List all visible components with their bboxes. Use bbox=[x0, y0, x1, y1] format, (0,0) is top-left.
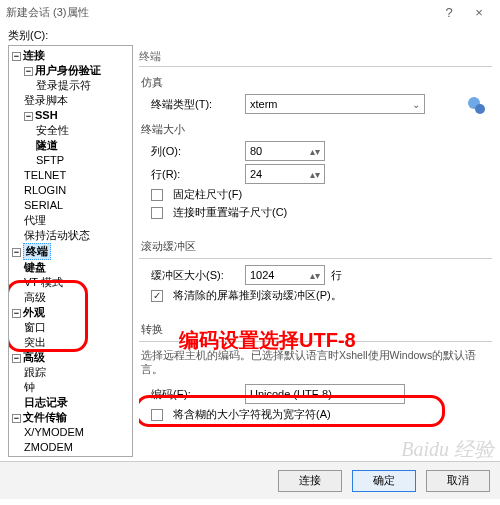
tree-file-transfer[interactable]: −文件传输 bbox=[10, 410, 131, 425]
help-button[interactable]: ? bbox=[434, 5, 464, 20]
tree-advanced-t[interactable]: 高级 bbox=[10, 290, 131, 305]
buffer-input[interactable]: 1024▴▾ bbox=[245, 265, 325, 285]
tree-serial[interactable]: SERIAL bbox=[10, 198, 131, 213]
tree-terminal[interactable]: −终端 bbox=[10, 243, 131, 260]
reset-on-connect-checkbox[interactable] bbox=[151, 207, 163, 219]
tree-bell[interactable]: 钟 bbox=[10, 380, 131, 395]
close-button[interactable]: × bbox=[464, 5, 494, 20]
titlebar: 新建会话 (3)属性 ? × bbox=[0, 0, 500, 24]
tree-logging[interactable]: 日志记录 bbox=[10, 395, 131, 410]
fixed-cols-checkbox[interactable] bbox=[151, 189, 163, 201]
tree-login-prompt[interactable]: 登录提示符 bbox=[10, 78, 131, 93]
panel-header: 终端 bbox=[139, 49, 492, 64]
reset-on-connect-label: 连接时重置端子尺寸(C) bbox=[173, 205, 287, 220]
chevron-down-icon: ⌄ bbox=[392, 389, 400, 400]
cols-input[interactable]: 80▴▾ bbox=[245, 141, 325, 161]
tree-window[interactable]: 窗口 bbox=[10, 320, 131, 335]
encoding-select[interactable]: Unicode (UTF-8)⌄ bbox=[245, 384, 405, 404]
svg-point-1 bbox=[475, 104, 485, 114]
halfwidth-checkbox[interactable] bbox=[151, 409, 163, 421]
group-size: 终端大小 bbox=[141, 122, 492, 137]
tree-auth[interactable]: −用户身份验证 bbox=[10, 63, 131, 78]
dialog-footer: 连接 确定 取消 bbox=[0, 461, 500, 499]
rows-input[interactable]: 24▴▾ bbox=[245, 164, 325, 184]
category-label: 类别(C): bbox=[8, 28, 492, 43]
cancel-button[interactable]: 取消 bbox=[426, 470, 490, 492]
tree-sftp[interactable]: SFTP bbox=[10, 153, 131, 168]
chevron-down-icon: ⌄ bbox=[412, 99, 420, 110]
tree-keyboard[interactable]: 键盘 bbox=[10, 260, 131, 275]
tree-login-script[interactable]: 登录脚本 bbox=[10, 93, 131, 108]
tree-zmodem[interactable]: ZMODEM bbox=[10, 440, 131, 455]
connect-button[interactable]: 连接 bbox=[278, 470, 342, 492]
gear-icon[interactable] bbox=[464, 93, 488, 117]
halfwidth-label: 将含糊的大小字符视为宽字符(A) bbox=[173, 407, 331, 422]
tree-connection[interactable]: −连接 bbox=[10, 48, 131, 63]
encoding-label: 编码(E): bbox=[151, 387, 239, 402]
annotation-text: 编码设置选择UTF-8 bbox=[179, 327, 356, 354]
terminal-type-select[interactable]: xterm⌄ bbox=[245, 94, 425, 114]
tree-xymodem[interactable]: X/YMODEM bbox=[10, 425, 131, 440]
buffer-label: 缓冲区大小(S): bbox=[151, 268, 239, 283]
tree-proxy[interactable]: 代理 bbox=[10, 213, 131, 228]
category-tree[interactable]: −连接 −用户身份验证 登录提示符 登录脚本 −SSH 安全性 隧道 SFTP … bbox=[8, 45, 133, 457]
rows-label: 行(R): bbox=[151, 167, 239, 182]
cols-label: 列(O): bbox=[151, 144, 239, 159]
buffer-unit: 行 bbox=[331, 268, 342, 283]
tree-advanced[interactable]: −高级 bbox=[10, 350, 131, 365]
tree-security[interactable]: 安全性 bbox=[10, 123, 131, 138]
tree-highlight[interactable]: 突出 bbox=[10, 335, 131, 350]
tree-tunnel[interactable]: 隧道 bbox=[10, 138, 131, 153]
window-title: 新建会话 (3)属性 bbox=[6, 5, 434, 20]
fixed-cols-label: 固定柱尺寸(F) bbox=[173, 187, 242, 202]
tree-telnet[interactable]: TELNET bbox=[10, 168, 131, 183]
tree-keepalive[interactable]: 保持活动状态 bbox=[10, 228, 131, 243]
group-simulation: 仿真 bbox=[141, 75, 492, 90]
tree-rlogin[interactable]: RLOGIN bbox=[10, 183, 131, 198]
group-scroll: 滚动缓冲区 bbox=[141, 239, 492, 254]
terminal-type-label: 终端类型(T): bbox=[151, 97, 239, 112]
settings-panel: 终端 仿真 终端类型(T): xterm⌄ 终端大小 列(O): 80▴▾ 行(… bbox=[139, 45, 492, 457]
tree-trace[interactable]: 跟踪 bbox=[10, 365, 131, 380]
tree-appearance[interactable]: −外观 bbox=[10, 305, 131, 320]
push-clear-label: 将清除的屏幕推到滚动缓冲区(P)。 bbox=[173, 288, 342, 303]
ok-button[interactable]: 确定 bbox=[352, 470, 416, 492]
tree-ssh[interactable]: −SSH bbox=[10, 108, 131, 123]
push-clear-checkbox[interactable] bbox=[151, 290, 163, 302]
tree-vtmode[interactable]: VT 模式 bbox=[10, 275, 131, 290]
